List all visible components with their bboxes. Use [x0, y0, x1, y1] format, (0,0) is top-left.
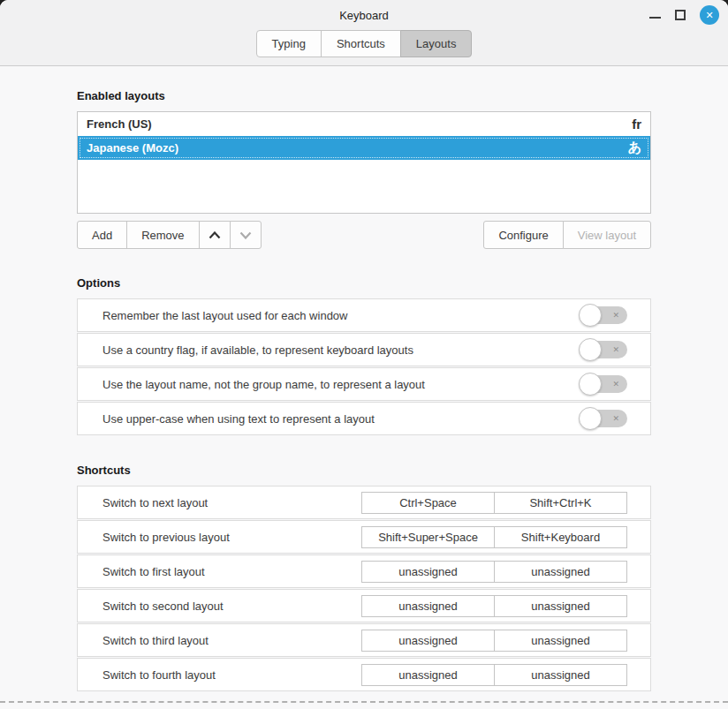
option-label: Use the layout name, not the group name,…	[102, 378, 425, 391]
move-up-button[interactable]	[199, 221, 231, 249]
shortcut-bindings: Shift+Super+Space Shift+Keyboard	[361, 526, 627, 548]
enabled-layouts-list: French (US) fr Japanese (Mozc) あ	[77, 111, 651, 214]
enabled-layouts-heading: Enabled layouts	[77, 89, 651, 102]
option-row-country-flag: Use a country flag, if available, to rep…	[77, 333, 651, 366]
keybinding-button[interactable]: Shift+Ctrl+K	[494, 492, 627, 514]
option-row-remember-layout: Remember the last layout used for each w…	[77, 298, 651, 332]
maximize-icon[interactable]	[675, 10, 686, 20]
configure-button[interactable]: Configure	[483, 221, 563, 249]
layout-row-french[interactable]: French (US) fr	[78, 112, 650, 136]
keybinding-button[interactable]: unassigned	[361, 630, 495, 652]
tab-strip: Typing Shortcuts Layouts	[0, 30, 728, 57]
shortcut-label: Switch to fourth layout	[102, 668, 216, 682]
shortcut-label: Switch to first layout	[102, 565, 205, 578]
shortcut-bindings: Ctrl+Space Shift+Ctrl+K	[361, 492, 627, 514]
option-label: Use a country flag, if available, to rep…	[102, 343, 413, 357]
titlebar: Keyboard ✕	[0, 0, 728, 30]
toggle-switch-off[interactable]: ✕	[580, 410, 627, 427]
shortcut-label: Switch to next layout	[102, 496, 208, 509]
toggle-switch-off[interactable]: ✕	[580, 306, 627, 324]
keybinding-button[interactable]: Shift+Super+Space	[361, 526, 495, 548]
chevron-down-icon	[239, 231, 252, 239]
move-down-button[interactable]	[230, 221, 262, 249]
layout-row-japanese[interactable]: Japanese (Mozc) あ	[78, 136, 650, 160]
shortcut-row-third-layout: Switch to third layout unassigned unassi…	[77, 623, 651, 657]
layouts-page: Enabled layouts French (US) fr Japanese …	[0, 89, 728, 691]
shortcut-label: Switch to third layout	[102, 634, 209, 647]
keybinding-button[interactable]: unassigned	[494, 595, 627, 617]
shortcut-bindings: unassigned unassigned	[361, 595, 627, 617]
chevron-up-icon	[209, 231, 221, 239]
window-title: Keyboard	[339, 9, 389, 22]
options-heading: Options	[77, 276, 651, 290]
keybinding-button[interactable]: unassigned	[361, 664, 495, 686]
switch-off-x-icon: ✕	[612, 380, 619, 388]
layout-edit-buttons: Add Remove	[77, 221, 262, 249]
shortcut-row-fourth-layout: Switch to fourth layout unassigned unass…	[77, 658, 651, 691]
close-icon[interactable]: ✕	[700, 5, 719, 25]
keybinding-button[interactable]: Ctrl+Space	[361, 492, 495, 514]
shortcut-label: Switch to previous layout	[102, 531, 230, 544]
keybinding-button[interactable]: unassigned	[494, 630, 627, 652]
option-label: Remember the last layout used for each w…	[102, 309, 347, 322]
window-header: Keyboard ✕ Typing Shortcuts Layouts	[0, 0, 728, 66]
switch-off-x-icon: ✕	[612, 345, 619, 354]
keybinding-button[interactable]: unassigned	[494, 664, 627, 686]
layout-config-buttons: Configure View layout	[483, 221, 651, 249]
layout-name: French (US)	[87, 117, 152, 131]
shortcut-bindings: unassigned unassigned	[361, 664, 627, 686]
shortcut-row-previous-layout: Switch to previous layout Shift+Super+Sp…	[77, 520, 651, 554]
tab-typing[interactable]: Typing	[256, 30, 322, 57]
keybinding-button[interactable]: unassigned	[494, 561, 627, 583]
switch-knob	[579, 373, 602, 396]
shortcut-bindings: unassigned unassigned	[361, 561, 627, 583]
options-list: Remember the last layout used for each w…	[77, 298, 651, 435]
window-controls: ✕	[649, 0, 719, 30]
keyboard-settings-window: Keyboard ✕ Typing Shortcuts Layouts Enab…	[0, 0, 728, 709]
option-row-layout-name: Use the layout name, not the group name,…	[77, 367, 651, 401]
add-layout-button[interactable]: Add	[77, 221, 127, 249]
keybinding-button[interactable]: unassigned	[361, 595, 495, 617]
shortcut-bindings: unassigned unassigned	[361, 630, 627, 652]
toggle-switch-off[interactable]: ✕	[580, 341, 627, 358]
keybinding-button[interactable]: Shift+Keyboard	[494, 526, 627, 548]
layout-list-actions: Add Remove Configure View layout	[77, 221, 651, 249]
shortcuts-list: Switch to next layout Ctrl+Space Shift+C…	[77, 486, 651, 691]
layout-indicator-glyph: あ	[628, 140, 641, 156]
scroll-undershoot-indicator	[0, 701, 728, 703]
switch-off-x-icon: ✕	[612, 414, 619, 423]
tab-layouts[interactable]: Layouts	[400, 30, 473, 57]
remove-layout-button[interactable]: Remove	[126, 221, 199, 249]
minimize-icon[interactable]	[649, 11, 661, 20]
shortcut-row-first-layout: Switch to first layout unassigned unassi…	[77, 554, 651, 588]
keybinding-button[interactable]: unassigned	[361, 561, 495, 583]
layout-name: Japanese (Mozc)	[87, 141, 178, 155]
shortcut-row-next-layout: Switch to next layout Ctrl+Space Shift+C…	[77, 486, 651, 519]
toggle-switch-off[interactable]: ✕	[580, 375, 627, 393]
switch-knob	[579, 304, 602, 327]
tab-shortcuts[interactable]: Shortcuts	[321, 30, 401, 57]
switch-knob	[579, 407, 602, 430]
switch-off-x-icon: ✕	[612, 311, 619, 320]
shortcuts-heading: Shortcuts	[77, 464, 651, 477]
option-label: Use upper-case when using text to repres…	[102, 412, 375, 426]
shortcut-label: Switch to second layout	[102, 600, 224, 613]
option-row-upper-case: Use upper-case when using text to repres…	[77, 402, 651, 435]
layout-indicator-glyph: fr	[632, 117, 641, 132]
shortcut-row-second-layout: Switch to second layout unassigned unass…	[77, 589, 651, 622]
switch-knob	[579, 338, 602, 361]
view-layout-button[interactable]: View layout	[563, 221, 651, 249]
